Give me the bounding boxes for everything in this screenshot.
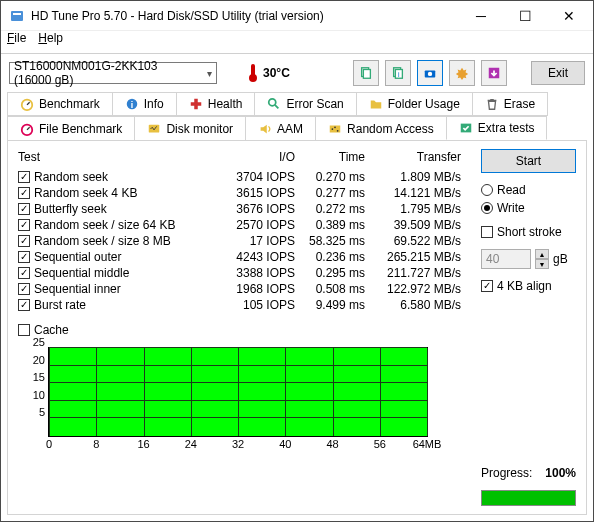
row-checkbox[interactable] (18, 187, 30, 199)
header-time: Time (295, 150, 365, 164)
row-checkbox[interactable] (18, 219, 30, 231)
spin-down[interactable]: ▼ (535, 259, 549, 269)
cache-label: Cache (34, 323, 69, 337)
tab-random-access[interactable]: Random Access (315, 116, 447, 140)
monitor-icon (147, 122, 161, 136)
right-panel: Start Read Write Short stroke 40 ▲▼ gB 4… (471, 141, 586, 514)
titlebar: HD Tune Pro 5.70 - Hard Disk/SSD Utility… (1, 1, 593, 31)
spin-up[interactable]: ▲ (535, 249, 549, 259)
table-row: Butterfly seek3676 IOPS0.272 ms1.795 MB/… (18, 201, 461, 217)
tab-info[interactable]: iInfo (112, 92, 177, 116)
cache-checkbox[interactable] (18, 324, 30, 336)
magnifier-icon (267, 97, 281, 111)
radio-read[interactable]: Read (481, 183, 576, 197)
tab-aam[interactable]: AAM (245, 116, 316, 140)
svg-point-8 (428, 72, 432, 76)
table-row: Sequential outer4243 IOPS0.236 ms265.215… (18, 249, 461, 265)
temperature-value: 30°C (263, 66, 290, 80)
row-checkbox[interactable] (18, 203, 30, 215)
start-button[interactable]: Start (481, 149, 576, 173)
drive-select-value: ST16000NM001G-2KK103 (16000 gB) (14, 59, 198, 87)
menu-help[interactable]: Help (38, 31, 63, 51)
menubar: File Help (1, 31, 593, 51)
left-panel: Test I/O Time Transfer Random seek3704 I… (8, 141, 471, 514)
gauge-icon (20, 97, 34, 111)
save-button[interactable] (481, 60, 507, 86)
table-row: Sequential middle3388 IOPS0.295 ms211.72… (18, 265, 461, 281)
tab-benchmark[interactable]: Benchmark (7, 92, 113, 116)
svg-text:i: i (130, 100, 132, 110)
short-stroke-input: 40 ▲▼ gB (481, 249, 576, 269)
short-stroke-unit: gB (553, 252, 568, 266)
align-checkbox[interactable]: 4 KB align (481, 279, 576, 293)
tab-folder-usage[interactable]: Folder Usage (356, 92, 473, 116)
svg-rect-0 (11, 11, 23, 21)
tab-file-benchmark[interactable]: File Benchmark (7, 116, 135, 140)
tab-error-scan[interactable]: Error Scan (254, 92, 356, 116)
close-button[interactable]: ✕ (547, 2, 591, 30)
table-row: Random seek3704 IOPS0.270 ms1.809 MB/s (18, 169, 461, 185)
minimize-button[interactable]: ─ (459, 2, 503, 30)
cache-checkbox-row[interactable]: Cache (18, 323, 461, 337)
progress-label: Progress: (481, 466, 532, 480)
progress-value: 100% (545, 466, 576, 480)
app-window: HD Tune Pro 5.70 - Hard Disk/SSD Utility… (0, 0, 594, 522)
options-button[interactable] (449, 60, 475, 86)
tab-extra-tests[interactable]: Extra tests (446, 116, 548, 140)
menu-file[interactable]: File (7, 31, 26, 51)
copy-text-button[interactable] (353, 60, 379, 86)
app-icon (9, 8, 25, 24)
progress-row: Progress: 100% (481, 466, 576, 480)
copy-info-button[interactable]: i (385, 60, 411, 86)
exit-button[interactable]: Exit (531, 61, 585, 85)
toolbar: ST16000NM001G-2KK103 (16000 gB) 30°C i E… (1, 56, 593, 90)
svg-rect-1 (13, 13, 21, 15)
svg-point-15 (269, 99, 276, 106)
folder-icon (369, 97, 383, 111)
chart: MB/s 5101520250816243240485664MB (48, 347, 428, 437)
drive-select[interactable]: ST16000NM001G-2KK103 (16000 gB) (9, 62, 217, 84)
window-title: HD Tune Pro 5.70 - Hard Disk/SSD Utility… (31, 9, 459, 23)
radio-write-input[interactable] (481, 202, 493, 214)
table-row: Random seek / size 8 MB17 IOPS58.325 ms6… (18, 233, 461, 249)
row-checkbox[interactable] (18, 171, 30, 183)
screenshot-button[interactable] (417, 60, 443, 86)
maximize-button[interactable]: ☐ (503, 2, 547, 30)
tabrow-bottom: File Benchmark Disk monitor AAM Random A… (7, 116, 587, 140)
trash-icon (485, 97, 499, 111)
speaker-icon (258, 122, 272, 136)
temperature: 30°C (249, 64, 290, 82)
tab-erase[interactable]: Erase (472, 92, 548, 116)
row-checkbox[interactable] (18, 283, 30, 295)
svg-point-21 (337, 129, 339, 131)
radio-write[interactable]: Write (481, 201, 576, 215)
progress-bar (481, 490, 576, 506)
svg-rect-14 (190, 102, 201, 106)
header-io: I/O (215, 150, 295, 164)
row-checkbox[interactable] (18, 235, 30, 247)
tabrow-top: Benchmark iInfo Health Error Scan Folder… (7, 92, 587, 116)
row-checkbox[interactable] (18, 299, 30, 311)
header-transfer: Transfer (365, 150, 461, 164)
thermometer-icon (249, 64, 257, 82)
row-checkbox[interactable] (18, 251, 30, 263)
short-stroke-checkbox[interactable]: Short stroke (481, 225, 576, 239)
tab-health[interactable]: Health (176, 92, 256, 116)
tab-container: Benchmark iInfo Health Error Scan Folder… (7, 92, 587, 515)
info-icon: i (125, 97, 139, 111)
header-test: Test (18, 150, 215, 164)
table-row: Sequential inner1968 IOPS0.508 ms122.972… (18, 281, 461, 297)
radio-read-input[interactable] (481, 184, 493, 196)
table-header: Test I/O Time Transfer (18, 149, 461, 165)
short-stroke-value: 40 (481, 249, 531, 269)
extra-icon (459, 121, 473, 135)
table-row: Burst rate105 IOPS9.499 ms6.580 MB/s (18, 297, 461, 313)
mode-radio-group: Read Write (481, 183, 576, 215)
health-icon (189, 97, 203, 111)
svg-rect-3 (363, 70, 370, 79)
table-row: Random seek 4 KB3615 IOPS0.277 ms14.121 … (18, 185, 461, 201)
tab-disk-monitor[interactable]: Disk monitor (134, 116, 246, 140)
table-rows: Random seek3704 IOPS0.270 ms1.809 MB/sRa… (18, 169, 461, 313)
svg-point-20 (334, 126, 336, 128)
row-checkbox[interactable] (18, 267, 30, 279)
